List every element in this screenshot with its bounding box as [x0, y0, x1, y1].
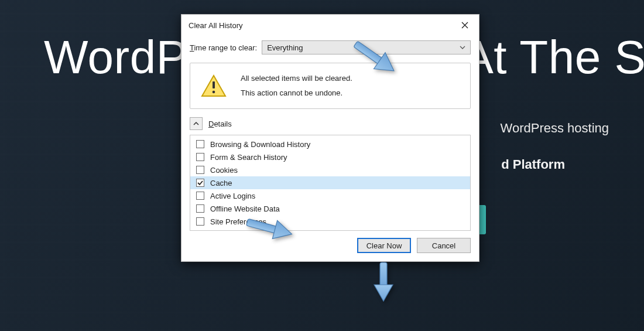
time-range-row: Time range to clear: Everything: [190, 40, 471, 54]
close-icon: [461, 22, 468, 29]
list-item[interactable]: Offline Website Data: [190, 202, 470, 215]
checkbox[interactable]: [196, 179, 204, 187]
checkbox[interactable]: [196, 166, 204, 174]
list-item[interactable]: Cache: [190, 176, 470, 189]
time-range-label: Time range to clear:: [190, 43, 257, 52]
list-item[interactable]: Site Preferences: [190, 215, 470, 228]
list-item-label: Cache: [210, 179, 232, 187]
list-item[interactable]: Browsing & Download History: [190, 138, 470, 151]
dialog-body: Time range to clear: Everything All sele…: [181, 36, 479, 261]
chevron-down-icon: [460, 45, 465, 50]
details-collapse-button[interactable]: [190, 117, 203, 130]
button-row: Clear Now Cancel: [190, 238, 471, 253]
clear-history-dialog: Clear All History Time range to clear: E…: [181, 14, 479, 262]
svg-rect-0: [213, 81, 215, 88]
warning-icon: [201, 74, 227, 98]
warning-line-2: This action cannot be undone.: [241, 86, 352, 101]
details-label: Details: [208, 120, 232, 128]
chevron-up-icon: [193, 121, 199, 127]
svg-point-1: [213, 90, 215, 93]
warning-line-1: All selected items will be cleared.: [241, 71, 352, 86]
clear-now-button[interactable]: Clear Now: [357, 238, 411, 253]
dialog-title: Clear All History: [189, 21, 242, 30]
list-item[interactable]: Cookies: [190, 163, 470, 176]
checkbox[interactable]: [196, 192, 204, 200]
checkbox[interactable]: [196, 140, 204, 148]
list-item-label: Browsing & Download History: [210, 140, 310, 149]
svg-rect-4: [380, 262, 387, 287]
check-icon: [197, 180, 203, 186]
time-range-value: Everything: [267, 43, 303, 52]
cancel-button[interactable]: Cancel: [417, 238, 471, 253]
list-item[interactable]: Form & Search History: [190, 151, 470, 163]
background-subtitle-1: WordPress hosting: [501, 121, 609, 136]
annotation-arrow-1: [337, 35, 407, 76]
checkbox[interactable]: [196, 153, 204, 161]
annotation-arrow-2: [234, 210, 299, 245]
details-list: Browsing & Download HistoryForm & Search…: [190, 135, 471, 231]
list-item-label: Form & Search History: [210, 153, 287, 162]
checkbox[interactable]: [196, 217, 204, 226]
dialog-titlebar: Clear All History: [181, 15, 479, 36]
list-item-label: Cookies: [210, 166, 238, 175]
details-toggle-row: Details: [190, 117, 471, 130]
warning-text: All selected items will be cleared. This…: [241, 71, 352, 100]
checkbox[interactable]: [196, 204, 204, 213]
background-subtitle-2: d Platform: [501, 157, 565, 172]
warning-box: All selected items will be cleared. This…: [190, 63, 471, 109]
close-button[interactable]: [457, 19, 473, 32]
list-item[interactable]: Active Logins: [190, 189, 470, 202]
list-item-label: Active Logins: [210, 192, 255, 200]
annotation-arrow-3: [366, 259, 401, 306]
